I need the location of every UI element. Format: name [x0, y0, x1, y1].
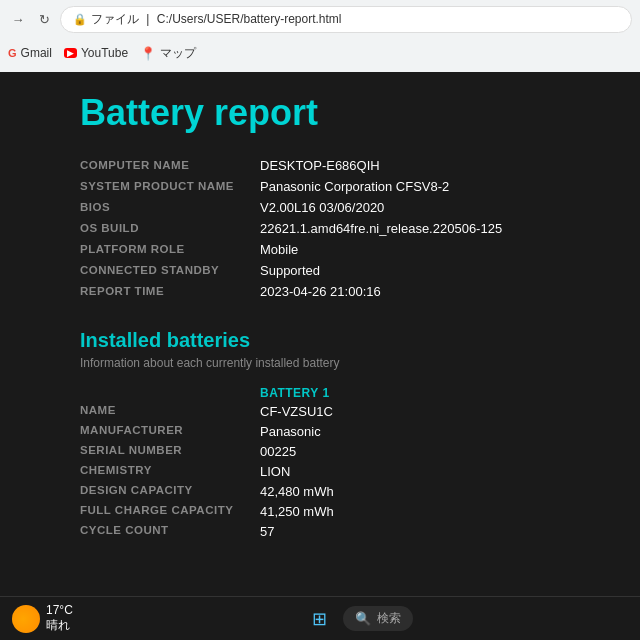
gmail-label: Gmail [21, 46, 52, 60]
page-title: Battery report [80, 92, 580, 134]
info-row-connected-standby: CONNECTED STANDBY Supported [80, 263, 580, 278]
battery-col-label-spacer [80, 386, 260, 400]
url-prefix: ファイル [91, 11, 139, 28]
youtube-icon: ▶ [64, 48, 77, 58]
label-cycle-count: CYCLE COUNT [80, 524, 260, 539]
battery-header-row: BATTERY 1 [80, 386, 580, 400]
info-row-system-product: SYSTEM PRODUCT NAME Panasonic Corporatio… [80, 179, 580, 194]
info-row-report-time: REPORT TIME 2023-04-26 21:00:16 [80, 284, 580, 299]
weather-widget[interactable]: 17°C 晴れ [0, 603, 85, 634]
label-bios: BIOS [80, 200, 260, 213]
content-area: Battery report COMPUTER NAME DESKTOP-E68… [0, 72, 640, 596]
value-bios: V2.00L16 03/06/2020 [260, 200, 580, 215]
label-os-build: OS BUILD [80, 221, 260, 234]
windows-button[interactable]: ⊞ [312, 608, 327, 630]
weather-temp: 17°C [46, 603, 73, 617]
address-bar[interactable]: 🔒 ファイル | C:/Users/USER/battery-report.ht… [60, 6, 632, 33]
label-name: NAME [80, 404, 260, 419]
battery-row-name: NAME CF-VZSU1C [80, 404, 580, 419]
label-connected-standby: CONNECTED STANDBY [80, 263, 260, 276]
label-system-product: SYSTEM PRODUCT NAME [80, 179, 260, 192]
search-icon: 🔍 [355, 611, 371, 626]
value-system-product: Panasonic Corporation CFSV8-2 [260, 179, 580, 194]
label-chemistry: CHEMISTRY [80, 464, 260, 479]
label-computer-name: COMPUTER NAME [80, 158, 260, 171]
weather-text: 17°C 晴れ [46, 603, 73, 634]
system-info-table: COMPUTER NAME DESKTOP-E686QIH SYSTEM PRO… [80, 158, 580, 299]
label-design-capacity: DESIGN CAPACITY [80, 484, 260, 499]
info-row-bios: BIOS V2.00L16 03/06/2020 [80, 200, 580, 215]
value-design-capacity: 42,480 mWh [260, 484, 334, 499]
battery-row-chemistry: CHEMISTRY LION [80, 464, 580, 479]
browser-toolbar: → ↻ 🔒 ファイル | C:/Users/USER/battery-repor… [0, 0, 640, 38]
search-bar[interactable]: 🔍 検索 [343, 606, 413, 631]
info-row-platform-role: PLATFORM ROLE Mobile [80, 242, 580, 257]
battery-row-full-charge: FULL CHARGE CAPACITY 41,250 mWh [80, 504, 580, 519]
info-row-computer-name: COMPUTER NAME DESKTOP-E686QIH [80, 158, 580, 173]
battery-col-header: BATTERY 1 [260, 386, 330, 400]
lock-icon: 🔒 [73, 13, 87, 26]
battery-row-serial: SERIAL NUMBER 00225 [80, 444, 580, 459]
value-os-build: 22621.1.amd64fre.ni_release.220506-125 [260, 221, 580, 236]
battery-row-design-capacity: DESIGN CAPACITY 42,480 mWh [80, 484, 580, 499]
label-platform-role: PLATFORM ROLE [80, 242, 260, 255]
battery-row-manufacturer: MANUFACTURER Panasonic [80, 424, 580, 439]
weather-icon [12, 605, 40, 633]
value-full-charge: 41,250 mWh [260, 504, 334, 519]
value-platform-role: Mobile [260, 242, 580, 257]
gmail-icon: G [8, 47, 17, 59]
value-cycle-count: 57 [260, 524, 274, 539]
youtube-label: YouTube [81, 46, 128, 60]
weather-desc: 晴れ [46, 617, 73, 634]
battery-row-cycle-count: CYCLE COUNT 57 [80, 524, 580, 539]
label-report-time: REPORT TIME [80, 284, 260, 297]
info-row-os-build: OS BUILD 22621.1.amd64fre.ni_release.220… [80, 221, 580, 236]
taskbar: 17°C 晴れ ⊞ 🔍 検索 [0, 596, 640, 640]
browser-chrome: → ↻ 🔒 ファイル | C:/Users/USER/battery-repor… [0, 0, 640, 72]
value-name: CF-VZSU1C [260, 404, 333, 419]
value-serial: 00225 [260, 444, 296, 459]
label-manufacturer: MANUFACTURER [80, 424, 260, 439]
bookmark-gmail[interactable]: G Gmail [8, 46, 52, 60]
maps-label: マップ [160, 45, 196, 62]
installed-batteries-subtitle: Information about each currently install… [80, 356, 580, 370]
label-full-charge: FULL CHARGE CAPACITY [80, 504, 260, 519]
url-text: C:/Users/USER/battery-report.html [157, 12, 342, 26]
battery-table: BATTERY 1 NAME CF-VZSU1C MANUFACTURER Pa… [80, 386, 580, 539]
back-button[interactable]: → [8, 9, 28, 29]
value-chemistry: LION [260, 464, 290, 479]
bookmark-maps[interactable]: 📍 マップ [140, 45, 196, 62]
installed-batteries-title: Installed batteries [80, 329, 580, 352]
bookmark-youtube[interactable]: ▶ YouTube [64, 46, 128, 60]
value-report-time: 2023-04-26 21:00:16 [260, 284, 580, 299]
value-computer-name: DESKTOP-E686QIH [260, 158, 580, 173]
value-manufacturer: Panasonic [260, 424, 321, 439]
refresh-button[interactable]: ↻ [34, 9, 54, 29]
search-label: 検索 [377, 610, 401, 627]
taskbar-center: ⊞ 🔍 検索 [85, 606, 640, 631]
bookmarks-bar: G Gmail ▶ YouTube 📍 マップ [0, 38, 640, 68]
value-connected-standby: Supported [260, 263, 580, 278]
maps-icon: 📍 [140, 46, 156, 61]
label-serial: SERIAL NUMBER [80, 444, 260, 459]
